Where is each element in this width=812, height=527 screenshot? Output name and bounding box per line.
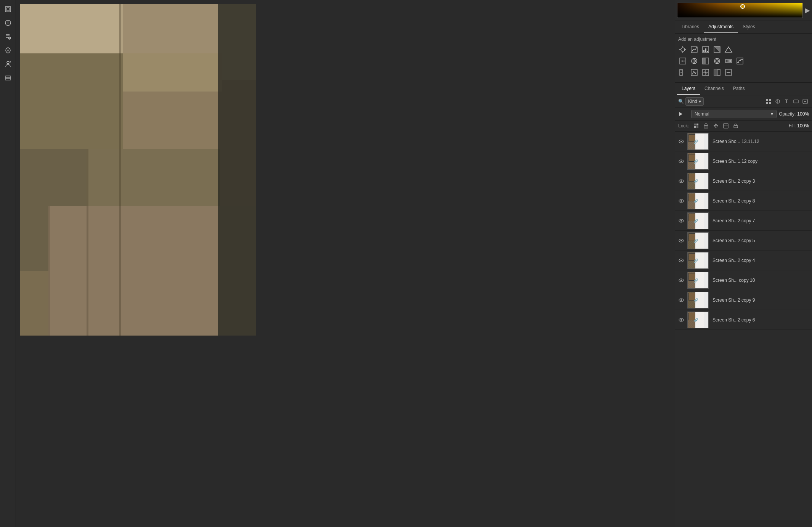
layer-visibility-toggle[interactable]: [677, 276, 685, 284]
threshold-adjustment-icon[interactable]: [713, 68, 722, 77]
svg-rect-83: [769, 102, 771, 104]
invert-adjustment-icon[interactable]: [724, 45, 733, 54]
layers-header-tabs: Layers Channels Paths: [675, 83, 812, 95]
layer-thumbnail-container: 🔗: [687, 232, 710, 249]
layer-visibility-toggle[interactable]: [677, 257, 685, 264]
tab-layers[interactable]: Layers: [677, 83, 700, 95]
layer-row[interactable]: 🔗 Screen Sh...2 copy 4: [675, 251, 812, 270]
svg-rect-105: [734, 125, 738, 128]
layer-row[interactable]: 🔗 Screen Sh...2 copy 9: [675, 290, 812, 310]
svg-point-125: [680, 319, 682, 321]
layer-visibility-toggle[interactable]: [677, 197, 685, 205]
tab-paths[interactable]: Paths: [729, 83, 749, 95]
filter-dropdown-arrow: ▾: [699, 99, 701, 104]
filter-type-icon[interactable]: T: [783, 98, 791, 105]
filter-smart-icon[interactable]: [801, 98, 809, 105]
svg-point-96: [705, 127, 706, 128]
filter-kind-dropdown[interactable]: Kind ▾: [685, 97, 704, 106]
layer-chain-icon[interactable]: 🔗: [693, 298, 698, 302]
lock-all-icon[interactable]: [732, 122, 740, 130]
opacity-value[interactable]: 100%: [797, 111, 809, 117]
layer-chain-icon[interactable]: 🔗: [693, 258, 698, 262]
filter-pixel-icon[interactable]: [765, 98, 772, 105]
libraries-tool[interactable]: [2, 3, 14, 15]
tab-channels[interactable]: Channels: [700, 83, 729, 95]
layer-name-label: Screen Sh...2 copy 8: [713, 198, 810, 204]
channel-mixer-adjustment-icon[interactable]: [701, 68, 710, 77]
layer-name-label: Screen Sh...1.12 copy: [713, 159, 810, 164]
layer-chain-icon[interactable]: 🔗: [693, 159, 698, 163]
filter-shape-icon[interactable]: [792, 98, 800, 105]
bw-adjustment-icon[interactable]: [701, 56, 710, 66]
blend-mode-dropdown[interactable]: Normal ▾: [691, 110, 777, 118]
selective-color-adjustment-icon[interactable]: [690, 68, 699, 77]
svg-point-123: [680, 299, 682, 301]
exposure-adjustment-icon[interactable]: [713, 45, 722, 54]
layers-comp-tool[interactable]: [2, 72, 14, 84]
gradientmap-adjustment-icon[interactable]: [724, 56, 733, 66]
solid-color-adjustment-icon[interactable]: [724, 68, 733, 77]
posterize-adjustment-icon[interactable]: [735, 56, 745, 66]
layer-chain-icon[interactable]: 🔗: [693, 238, 698, 243]
levels-adjustment-icon[interactable]: [701, 45, 710, 54]
vibrance-adjustment-icon[interactable]: [678, 68, 687, 77]
svg-rect-23: [20, 53, 123, 149]
people-tool[interactable]: [2, 58, 14, 70]
layer-row[interactable]: 🔗 Screen Sh...2 copy 3: [675, 171, 812, 191]
svg-rect-81: [769, 99, 771, 101]
play-button[interactable]: [678, 109, 689, 119]
tab-libraries[interactable]: Libraries: [677, 21, 704, 33]
layer-row[interactable]: 🔗 Screen Sh...1.12 copy: [675, 151, 812, 171]
layer-chain-icon[interactable]: 🔗: [693, 278, 698, 282]
lock-transparent-icon[interactable]: [692, 122, 700, 130]
layer-row[interactable]: 🔗 Screen Sh...2 copy 6: [675, 310, 812, 330]
layer-row[interactable]: 🔗 Screen Sh...2 copy 8: [675, 191, 812, 211]
tab-styles[interactable]: Styles: [738, 21, 760, 33]
layer-row[interactable]: 🔗 Screen Sh...2 copy 7: [675, 211, 812, 231]
layer-name-label: Screen Sh...2 copy 6: [713, 317, 810, 323]
info-tool[interactable]: i: [2, 17, 14, 29]
color-picker-handle[interactable]: [740, 4, 745, 9]
huesat-adjustment-icon[interactable]: [678, 56, 687, 66]
layer-visibility-toggle[interactable]: [677, 217, 685, 225]
layer-chain-icon[interactable]: 🔗: [693, 199, 698, 203]
layer-visibility-toggle[interactable]: [677, 157, 685, 165]
colorbalance-adjustment-icon[interactable]: [690, 56, 699, 66]
layer-visibility-toggle[interactable]: [677, 316, 685, 324]
layer-visibility-toggle[interactable]: [677, 237, 685, 244]
lock-image-icon[interactable]: [702, 122, 710, 130]
curves-adjustment-icon[interactable]: [690, 45, 699, 54]
filter-adjustment-icon[interactable]: [774, 98, 782, 105]
brightness-adjustment-icon[interactable]: [678, 45, 687, 54]
lock-artboard-icon[interactable]: [722, 122, 730, 130]
layer-chain-icon[interactable]: 🔗: [693, 318, 698, 322]
svg-rect-70: [691, 69, 697, 76]
patch-tool[interactable]: [2, 44, 14, 56]
layer-row[interactable]: 🔗 Screen Sh... copy 10: [675, 270, 812, 290]
svg-rect-94: [696, 126, 698, 128]
fill-value[interactable]: 100%: [797, 123, 809, 129]
filter-bar: 🔍 Kind ▾ T: [675, 95, 812, 108]
layer-visibility-toggle[interactable]: [677, 296, 685, 304]
lock-icons: [692, 122, 740, 130]
layer-row[interactable]: 🔗 Screen Sho... 13.11.12: [675, 132, 812, 151]
layer-row[interactable]: 🔗 Screen Sh...2 copy 5: [675, 231, 812, 251]
layer-name-label: Screen Sho... 13.11.12: [713, 139, 810, 144]
color-arrow-icon[interactable]: ▶: [805, 6, 810, 14]
adjustment-brush-tool[interactable]: [2, 31, 14, 43]
layer-list[interactable]: 🔗 Screen Sho... 13.11.12 🔗 Screen Sh...1…: [675, 132, 812, 527]
svg-rect-32: [20, 4, 119, 53]
layer-name-label: Screen Sh...2 copy 9: [713, 297, 810, 303]
layer-visibility-toggle[interactable]: [677, 138, 685, 145]
photofilter-adjustment-icon[interactable]: [713, 56, 722, 66]
layer-chain-icon[interactable]: 🔗: [693, 139, 698, 143]
blend-mode-arrow: ▾: [771, 111, 773, 117]
filter-icons: T: [765, 98, 809, 105]
layer-chain-icon[interactable]: 🔗: [693, 179, 698, 183]
tab-adjustments[interactable]: Adjustments: [704, 21, 738, 33]
layer-chain-icon[interactable]: 🔗: [693, 219, 698, 223]
color-gradient[interactable]: [677, 3, 803, 18]
layer-visibility-toggle[interactable]: [677, 177, 685, 185]
lock-position-icon[interactable]: [712, 122, 720, 130]
svg-marker-99: [715, 124, 717, 125]
